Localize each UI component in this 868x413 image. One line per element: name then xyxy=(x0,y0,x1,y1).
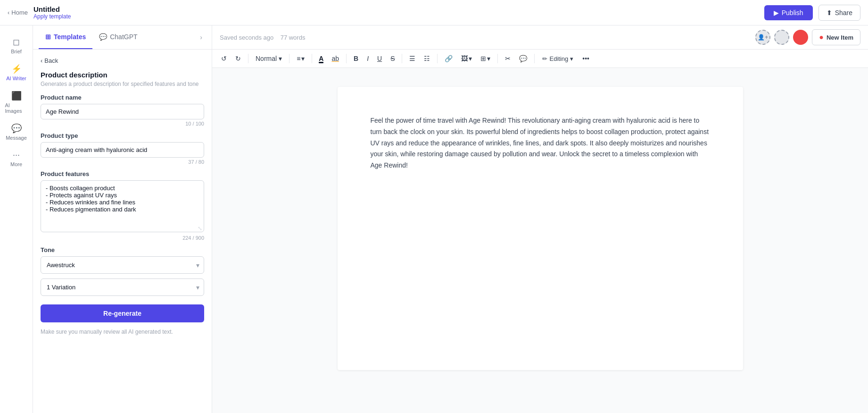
doc-page: Feel the power of time travel with Age R… xyxy=(338,87,743,370)
style-label: Normal xyxy=(256,55,277,62)
sidebar-form: ‹ Back Product description Generates a p… xyxy=(33,50,212,413)
product-type-input[interactable] xyxy=(41,142,204,158)
italic-button[interactable]: I xyxy=(364,52,372,65)
publish-icon: ▶ xyxy=(774,9,779,17)
sidebar-item-ai-images[interactable]: ⬛ AI Images xyxy=(2,87,31,118)
sidebar-more-label: More xyxy=(10,161,22,167)
highlight-icon: ab xyxy=(331,55,339,62)
editor-avatars: 👤+ ● New Item xyxy=(755,29,860,45)
product-features-textarea[interactable]: - Boosts collagen product - Protects aga… xyxy=(41,180,204,232)
sidebar-brief-label: Brief xyxy=(11,49,22,54)
text-color-label: A xyxy=(319,55,323,62)
tone-select-wrapper: Awestruck Professional Casual Funny ▾ xyxy=(41,256,204,274)
title-area: Untitled Apply template xyxy=(33,5,71,20)
back-label: Back xyxy=(44,57,58,64)
main-layout: ◻ Brief ⚡ AI Writer ⬛ AI Images 💬 Messag… xyxy=(0,25,868,413)
editing-mode-button[interactable]: ✏ Editing ▾ xyxy=(538,53,577,64)
editing-label: Editing xyxy=(549,55,568,62)
share-button[interactable]: ⬆ Share xyxy=(818,5,860,21)
style-chevron-icon: ▾ xyxy=(279,55,282,62)
back-button[interactable]: ‹ Back xyxy=(41,57,204,64)
doc-content: Feel the power of time travel with Age R… xyxy=(212,68,868,413)
avatar-add-icon[interactable]: 👤+ xyxy=(755,30,770,45)
new-item-dot-icon: ● xyxy=(819,33,824,42)
chatgpt-tab-label: ChatGPT xyxy=(110,33,137,41)
apply-template-link[interactable]: Apply template xyxy=(33,13,71,20)
editing-chevron-icon: ▾ xyxy=(570,55,573,62)
chevron-left-icon: › xyxy=(200,34,202,41)
product-features-char-count: 224 / 900 xyxy=(41,235,204,241)
avatar-user xyxy=(793,30,808,45)
align-icon: ≡ xyxy=(297,55,300,62)
sidebar-message-label: Message xyxy=(6,135,27,141)
new-item-button[interactable]: ● New Item xyxy=(812,29,860,45)
bold-button[interactable]: B xyxy=(350,52,362,65)
strikethrough-icon: S xyxy=(390,55,395,62)
regenerate-label: Re-generate xyxy=(103,310,141,317)
regenerate-button[interactable]: Re-generate xyxy=(41,304,204,322)
more-options-button[interactable]: ••• xyxy=(579,52,593,65)
link-icon: 🔗 xyxy=(445,55,453,62)
table-icon: ⊞ xyxy=(480,55,486,62)
chevron-left-icon: ‹ xyxy=(8,9,9,16)
sidebar-item-message[interactable]: 💬 Message xyxy=(2,119,31,144)
table-button[interactable]: ⊞ ▾ xyxy=(477,52,494,65)
templates-tab-label: Templates xyxy=(54,33,86,41)
sidebar-ai-images-label: AI Images xyxy=(5,102,28,114)
tab-chatgpt[interactable]: 💬 ChatGPT xyxy=(92,25,144,49)
image-button[interactable]: 🖼 ▾ xyxy=(458,52,475,65)
sidebar-item-ai-writer[interactable]: ⚡ AI Writer xyxy=(2,60,31,85)
color-underline xyxy=(319,62,323,63)
home-button[interactable]: ‹ Home xyxy=(8,9,28,16)
message-icon: 💬 xyxy=(11,123,22,134)
product-features-wrapper: - Boosts collagen product - Protects aga… xyxy=(41,180,204,234)
redo-button[interactable]: ↻ xyxy=(232,52,244,65)
doc-title[interactable]: Untitled xyxy=(33,5,71,13)
undo-button[interactable]: ↺ xyxy=(218,52,230,65)
numbered-list-button[interactable]: ☷ xyxy=(421,52,433,65)
sidebar-ai-writer-label: AI Writer xyxy=(6,76,26,81)
add-person-icon: 👤+ xyxy=(758,34,768,41)
bold-icon: B xyxy=(354,55,358,62)
comment-button[interactable]: 💬 xyxy=(516,52,530,65)
publish-button[interactable]: ▶ Publish xyxy=(764,5,813,20)
tab-templates[interactable]: ⊞ Templates xyxy=(39,25,92,49)
left-sidebar: ◻ Brief ⚡ AI Writer ⬛ AI Images 💬 Messag… xyxy=(0,25,33,413)
sidebar-collapse-button[interactable]: › xyxy=(196,25,206,49)
tone-select[interactable]: Awestruck Professional Casual Funny xyxy=(41,256,204,274)
tone-label: Tone xyxy=(41,246,204,253)
link-button[interactable]: 🔗 xyxy=(441,52,456,65)
strikethrough-button[interactable]: S xyxy=(387,52,398,65)
redo-icon: ↻ xyxy=(235,55,241,62)
italic-icon: I xyxy=(367,55,369,62)
text-color-button[interactable]: A xyxy=(316,53,326,64)
strikeout-button[interactable]: ✂ xyxy=(502,52,514,65)
toolbar-separator-4 xyxy=(346,54,347,63)
editor-top-bar: Saved seconds ago 77 words 👤+ ● New Item xyxy=(212,25,868,50)
form-section-desc: Generates a product description for spec… xyxy=(41,81,204,87)
sidebar-item-more[interactable]: ··· More xyxy=(2,146,31,171)
pencil-icon: ✏ xyxy=(542,55,547,62)
resize-handle-icon: ⤡ xyxy=(198,225,202,232)
brief-icon: ◻ xyxy=(13,37,20,47)
table-chevron-icon: ▾ xyxy=(487,55,490,62)
style-select-button[interactable]: Normal ▾ xyxy=(252,52,285,65)
saved-text: Saved seconds ago xyxy=(220,34,273,41)
product-type-char-count: 37 / 80 xyxy=(41,159,204,165)
highlight-button[interactable]: ab xyxy=(328,52,342,65)
align-button[interactable]: ≡ ▾ xyxy=(293,52,308,65)
editor-area: Saved seconds ago 77 words 👤+ ● New Item… xyxy=(212,25,868,413)
product-features-label: Product features xyxy=(41,170,204,177)
template-sidebar: ⊞ Templates 💬 ChatGPT › ‹ Back Product d… xyxy=(33,25,212,413)
toolbar-separator-2 xyxy=(289,54,289,63)
sidebar-item-brief[interactable]: ◻ Brief xyxy=(2,33,31,58)
comment-icon: 💬 xyxy=(519,55,527,62)
product-name-input[interactable] xyxy=(41,104,204,119)
variation-select-wrapper: 1 Variation 2 Variations 3 Variations ▾ xyxy=(41,278,204,296)
variation-select[interactable]: 1 Variation 2 Variations 3 Variations xyxy=(41,278,204,296)
underline-button[interactable]: U xyxy=(374,52,385,65)
more-icon: ••• xyxy=(582,55,589,62)
bullet-list-button[interactable]: ☰ xyxy=(406,52,419,65)
doc-paragraph[interactable]: Feel the power of time travel with Age R… xyxy=(371,115,710,171)
templates-icon: ⊞ xyxy=(45,33,51,41)
